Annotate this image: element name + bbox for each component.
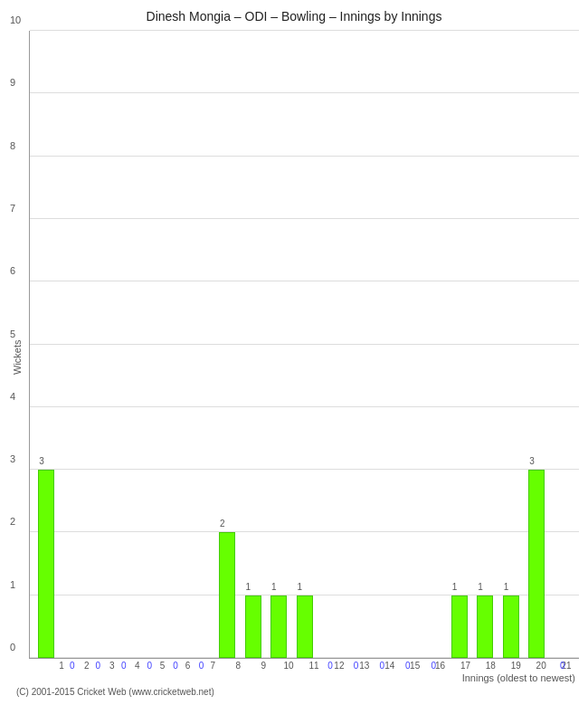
plot-area: 012345678910300000021110000011130: [29, 31, 579, 659]
x-tick-label: 17: [453, 661, 479, 671]
bar-group: 3: [524, 31, 550, 658]
bar-group: 1: [472, 31, 498, 658]
bar-value-label: 3: [529, 456, 535, 466]
bar-zero-label: 0: [354, 661, 359, 671]
bar: 1: [503, 595, 519, 658]
bar-value-label: 1: [298, 582, 303, 592]
bar-zero-label: 0: [147, 661, 153, 671]
y-tick-label: 4: [10, 391, 15, 402]
bar-group: 1: [266, 31, 292, 658]
x-tick-label: 5: [150, 661, 175, 671]
bar-zero-label: 0: [96, 661, 101, 671]
bar-group: 0: [318, 31, 344, 658]
bar-group: 1: [447, 31, 473, 658]
x-axis-labels: 123456789101112131415161718192021: [29, 661, 579, 671]
bar-value-label: 1: [271, 582, 277, 592]
chart-inner: 012345678910300000021110000011130 123456…: [29, 31, 579, 683]
bar-group: 1: [498, 31, 525, 658]
bar-value-label: 3: [39, 456, 44, 466]
bar-value-label: 1: [452, 582, 458, 592]
x-tick-label: 21: [554, 661, 579, 671]
bar-value-label: 1: [478, 582, 483, 592]
bars-container: 300000021110000011130: [30, 31, 579, 658]
x-tick-label: 4: [125, 661, 150, 671]
bar: 1: [451, 595, 468, 658]
chart-area: Wickets 01234567891030000002111000001113…: [9, 31, 579, 683]
bar-value-label: 1: [246, 582, 251, 592]
bar-zero-label: 0: [173, 661, 178, 671]
x-tick-label: 10: [276, 661, 301, 671]
y-tick-label: 9: [10, 77, 15, 88]
bar: 1: [245, 595, 261, 658]
x-tick-label: 19: [503, 661, 528, 671]
y-tick-label: 1: [10, 579, 15, 590]
bar-value-label: 1: [504, 582, 509, 592]
bar-group: 0: [111, 31, 138, 658]
x-tick-label: 8: [225, 661, 251, 671]
bar-zero-label: 0: [379, 661, 384, 671]
bar: 1: [297, 595, 313, 658]
y-tick-label: 8: [10, 140, 15, 151]
bar: 1: [477, 595, 493, 658]
x-tick-label: 6: [175, 661, 201, 671]
bar-group: 1: [240, 31, 266, 658]
chart-title: Dinesh Mongia – ODI – Bowling – Innings …: [147, 9, 442, 24]
y-tick-label: 6: [10, 265, 15, 276]
bar-group: 0: [137, 31, 163, 658]
x-tick-label: 20: [528, 661, 554, 671]
y-tick-label: 2: [10, 516, 15, 527]
bar-zero-label: 0: [405, 661, 411, 671]
bar-group: 3: [33, 31, 60, 658]
bar-zero-label: 0: [560, 661, 565, 671]
bar-group: 0: [163, 31, 189, 658]
bar-group: 2: [214, 31, 241, 658]
bar-value-label: 2: [220, 519, 225, 529]
bar: 2: [219, 532, 235, 658]
x-axis-title: Innings (oldest to newest): [29, 672, 579, 683]
copyright: (C) 2001-2015 Cricket Web (www.cricketwe…: [9, 687, 579, 697]
bar-group: 0: [550, 31, 576, 658]
y-tick-label: 3: [10, 453, 15, 464]
y-tick-label: 7: [10, 203, 15, 214]
bar-group: 0: [394, 31, 421, 658]
x-tick-label: 7: [200, 661, 225, 671]
bar: 3: [38, 470, 54, 658]
bar-group: 1: [291, 31, 318, 658]
bar-zero-label: 0: [70, 661, 75, 671]
bar-zero-label: 0: [327, 661, 333, 671]
bar-group: 0: [421, 31, 447, 658]
chart-wrapper: Dinesh Mongia – ODI – Bowling – Innings …: [0, 0, 588, 724]
x-tick-label: 18: [478, 661, 503, 671]
bar-zero-label: 0: [199, 661, 204, 671]
y-tick-label: 5: [10, 329, 15, 339]
bar-group: 0: [60, 31, 86, 658]
bar-group: 0: [85, 31, 111, 658]
x-tick-label: 9: [251, 661, 276, 671]
bar-zero-label: 0: [121, 661, 127, 671]
y-tick-label: 0: [10, 642, 15, 653]
bar-group: 0: [369, 31, 395, 658]
x-tick-label: 11: [301, 661, 327, 671]
bar-group: 0: [343, 31, 369, 658]
y-tick-label: 10: [10, 14, 21, 25]
bar: 1: [270, 595, 287, 658]
bar-zero-label: 0: [431, 661, 436, 671]
bar-group: 0: [188, 31, 214, 658]
bar: 3: [528, 470, 545, 658]
